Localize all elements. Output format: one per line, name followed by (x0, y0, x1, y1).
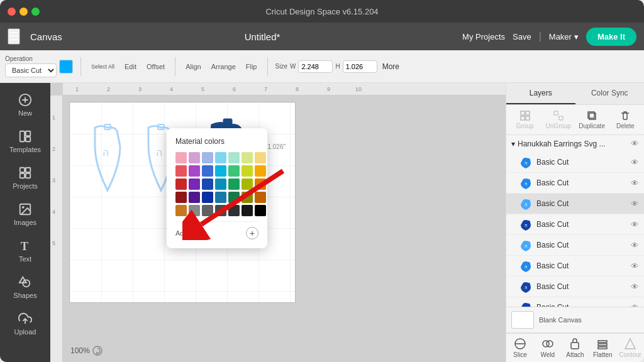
color-cell[interactable] (202, 178, 213, 190)
color-picker-popup[interactable]: Material colors Adva... + (167, 128, 267, 248)
select-all-button[interactable]: Select All (89, 61, 117, 72)
layer-item-icon: ה (519, 259, 533, 273)
color-cell[interactable] (189, 205, 200, 216)
tab-color-sync[interactable]: Color Sync (575, 83, 645, 104)
layer-visibility-icon[interactable]: 👁 (631, 241, 639, 250)
layer-group-header[interactable]: ▾ Hanukkah Earrings Svg ... 👁 (506, 135, 644, 152)
layer-visibility-icon[interactable]: 👁 (631, 158, 639, 167)
layer-visibility-icon[interactable]: 👁 (631, 261, 639, 271)
color-cell[interactable] (175, 178, 187, 190)
size-label: Size (275, 63, 287, 70)
h-label: H (335, 63, 340, 70)
layer-item[interactable]: הBasic Cut👁 (506, 194, 644, 214)
group-button[interactable]: Group (509, 107, 541, 132)
more-button[interactable]: More (382, 62, 399, 71)
ungroup-button[interactable]: UnGroup (542, 107, 574, 132)
color-cell[interactable] (255, 165, 266, 177)
sidebar-item-shapes[interactable]: Shapes (3, 270, 47, 304)
layer-visibility-icon[interactable]: 👁 (631, 199, 639, 209)
color-cell[interactable] (242, 192, 253, 203)
color-cell[interactable] (228, 205, 240, 216)
canvas-area[interactable]: 1 2 3 4 5 6 7 8 9 10 1 2 3 4 5 (50, 83, 506, 362)
flip-button[interactable]: Flip (243, 60, 260, 73)
sidebar-item-new[interactable]: New (3, 88, 47, 122)
layer-item[interactable]: הBasic Cut👁 (506, 173, 644, 194)
color-cell[interactable] (175, 205, 187, 216)
minimize-button[interactable] (19, 8, 28, 16)
weld-button[interactable]: Weld (534, 334, 562, 362)
color-cell[interactable] (175, 152, 187, 163)
ungroup-icon (553, 110, 564, 121)
visibility-icon[interactable]: 👁 (631, 139, 639, 148)
maximize-button[interactable] (31, 8, 40, 16)
color-cell[interactable] (215, 178, 226, 190)
layer-item[interactable]: הBasic Cut👁 (506, 256, 644, 277)
align-button[interactable]: Align (183, 60, 203, 73)
color-cell[interactable] (189, 192, 200, 203)
layer-item[interactable]: הBasic Cut👁 (506, 235, 644, 256)
projects-icon (18, 166, 32, 180)
layer-item[interactable]: הBasic Cut👁 (506, 152, 644, 173)
canvas-grid-area[interactable]: ה ה ה 1.026" 100 (63, 96, 506, 362)
layer-visibility-icon[interactable]: 👁 (631, 282, 639, 292)
color-cell[interactable] (255, 178, 266, 190)
color-cell[interactable] (242, 165, 253, 177)
color-cell[interactable] (202, 205, 213, 216)
color-cell[interactable] (202, 152, 213, 163)
color-cell[interactable] (215, 192, 226, 203)
contour-button[interactable]: Contour (616, 334, 644, 362)
color-cell[interactable] (215, 205, 226, 216)
color-cell[interactable] (175, 192, 187, 203)
offset-button[interactable]: Offset (144, 60, 167, 73)
save-button[interactable]: Save (513, 32, 531, 41)
maker-button[interactable]: Maker ▾ (549, 32, 579, 41)
color-cell[interactable] (242, 205, 253, 216)
layer-visibility-icon[interactable]: 👁 (631, 178, 639, 188)
color-cell[interactable] (255, 192, 266, 203)
duplicate-button[interactable]: Duplicate (576, 107, 608, 132)
color-swatch[interactable] (59, 60, 73, 74)
layer-item[interactable]: הBasic Cut👁 (506, 214, 644, 235)
color-cell[interactable] (189, 152, 200, 163)
layer-item[interactable]: הBasic Cut👁 (506, 297, 644, 307)
svg-text:ה: ה (525, 265, 528, 270)
color-cell[interactable] (228, 152, 240, 163)
height-input[interactable] (343, 60, 377, 73)
close-button[interactable] (8, 8, 16, 16)
hamburger-menu[interactable]: ☰ (8, 28, 20, 45)
color-cell[interactable] (228, 192, 240, 203)
color-cell[interactable] (228, 165, 240, 177)
add-color-button[interactable]: + (246, 227, 258, 239)
sidebar-item-projects[interactable]: Projects (3, 161, 47, 195)
color-cell[interactable] (189, 165, 200, 177)
color-cell[interactable] (175, 165, 187, 177)
color-cell[interactable] (215, 165, 226, 177)
color-cell[interactable] (242, 152, 253, 163)
sidebar-item-images[interactable]: Images (3, 197, 47, 231)
color-cell[interactable] (202, 192, 213, 203)
operation-select[interactable]: Basic Cut (5, 63, 57, 77)
tab-layers[interactable]: Layers (506, 83, 575, 104)
color-cell[interactable] (255, 205, 266, 216)
sidebar-item-text[interactable]: T Text (3, 234, 47, 268)
attach-button[interactable]: Attach (562, 334, 589, 362)
color-cell[interactable] (189, 178, 200, 190)
sidebar-item-upload[interactable]: Upload (3, 307, 47, 341)
color-cell[interactable] (202, 165, 213, 177)
separator-2 (175, 57, 175, 76)
layer-visibility-icon[interactable]: 👁 (631, 220, 639, 229)
layer-item[interactable]: הBasic Cut👁 (506, 277, 644, 297)
color-cell[interactable] (255, 152, 266, 163)
arrange-button[interactable]: Arrange (209, 60, 238, 73)
slice-button[interactable]: Slice (506, 334, 534, 362)
delete-button[interactable]: Delete (609, 107, 641, 132)
color-cell[interactable] (242, 178, 253, 190)
edit-button[interactable]: Edit (122, 60, 139, 73)
sidebar-item-templates[interactable]: Templates (3, 124, 47, 158)
flatten-button[interactable]: Flatten (589, 334, 616, 362)
width-input[interactable] (298, 60, 333, 73)
make-it-button[interactable]: Make It (586, 28, 636, 46)
color-cell[interactable] (215, 152, 226, 163)
my-projects-button[interactable]: My Projects (462, 32, 505, 41)
color-cell[interactable] (228, 178, 240, 190)
